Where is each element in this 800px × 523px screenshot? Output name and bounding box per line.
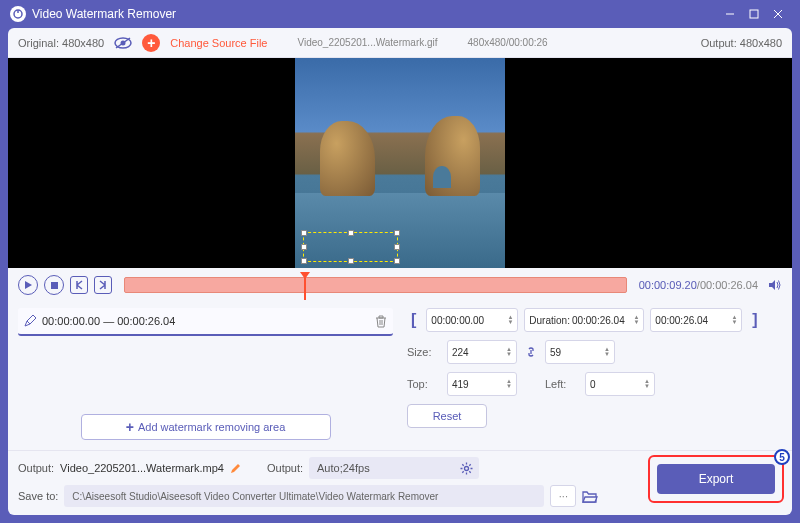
info-bar: Original: 480x480 + Change Source File V… — [8, 28, 792, 58]
clip-item[interactable]: 00:00:00.00 — 00:00:26.04 — [18, 308, 393, 336]
stop-icon — [51, 282, 58, 289]
reset-button[interactable]: Reset — [407, 404, 487, 428]
minimize-icon — [725, 9, 735, 19]
spinner-icon[interactable]: ▲▼ — [506, 347, 512, 357]
folder-icon — [582, 490, 598, 503]
output-filename: Video_2205201...Watermark.mp4 — [60, 462, 224, 474]
bracket-right-icon[interactable]: ] — [748, 311, 761, 329]
minimize-button[interactable] — [718, 4, 742, 24]
source-filename: Video_2205201...Watermark.gif — [297, 37, 437, 48]
spinner-icon[interactable]: ▲▼ — [507, 315, 513, 325]
app-logo-icon — [10, 6, 26, 22]
maximize-button[interactable] — [742, 4, 766, 24]
video-preview[interactable] — [8, 58, 792, 268]
top-label: Top: — [407, 378, 439, 390]
clips-panel: 00:00:00.00 — 00:00:26.04 + Add watermar… — [18, 308, 393, 446]
spinner-icon[interactable]: ▲▼ — [506, 379, 512, 389]
step-badge: 5 — [774, 449, 790, 465]
left-input[interactable]: 0▲▼ — [585, 372, 655, 396]
settings-section: 00:00:00.00 — 00:00:26.04 + Add watermar… — [8, 302, 792, 450]
mark-in-button[interactable] — [70, 276, 88, 294]
timecode-display: 00:00:09.20/00:00:26.04 — [639, 279, 758, 291]
save-path-field[interactable]: C:\Aiseesoft Studio\Aiseesoft Video Conv… — [64, 485, 544, 507]
content-area: Original: 480x480 + Change Source File V… — [8, 28, 792, 515]
window-title: Video Watermark Remover — [32, 7, 718, 21]
add-source-icon[interactable]: + — [142, 34, 160, 52]
bracket-left-icon[interactable]: [ — [407, 311, 420, 329]
export-button[interactable]: Export — [657, 464, 775, 494]
duration-input[interactable]: Duration:00:00:26.04▲▼ — [524, 308, 644, 332]
spinner-icon[interactable]: ▲▼ — [604, 347, 610, 357]
size-row: Size: 224▲▼ 59▲▼ — [407, 340, 782, 364]
format-select[interactable]: Auto;24fps — [309, 457, 479, 479]
change-source-link[interactable]: Change Source File — [170, 37, 267, 49]
format-label: Output: — [267, 462, 303, 474]
link-aspect-icon[interactable] — [525, 346, 537, 358]
start-time-input[interactable]: 00:00:00.00▲▼ — [426, 308, 518, 332]
mark-out-icon — [98, 280, 108, 290]
titlebar: Video Watermark Remover — [0, 0, 800, 28]
svg-marker-9 — [25, 281, 32, 289]
video-frame — [295, 58, 505, 268]
output-label: Output: — [18, 462, 54, 474]
volume-button[interactable] — [768, 278, 782, 292]
output-bar: Output: Video_2205201...Watermark.mp4 Ou… — [8, 450, 792, 515]
spinner-icon[interactable]: ▲▼ — [731, 315, 737, 325]
top-input[interactable]: 419▲▼ — [447, 372, 517, 396]
height-input[interactable]: 59▲▼ — [545, 340, 615, 364]
end-time-input[interactable]: 00:00:26.04▲▼ — [650, 308, 742, 332]
source-meta: 480x480/00:00:26 — [468, 37, 548, 48]
close-button[interactable] — [766, 4, 790, 24]
watermark-selection-box[interactable] — [303, 232, 398, 262]
size-label: Size: — [407, 346, 439, 358]
output-size-label: Output: 480x480 — [701, 37, 782, 49]
edit-handle-icon[interactable] — [24, 315, 36, 327]
spinner-icon[interactable]: ▲▼ — [644, 379, 650, 389]
width-input[interactable]: 224▲▼ — [447, 340, 517, 364]
play-button[interactable] — [18, 275, 38, 295]
stop-button[interactable] — [44, 275, 64, 295]
preview-toggle-icon[interactable] — [114, 37, 132, 49]
svg-marker-11 — [769, 280, 775, 290]
close-icon — [773, 9, 783, 19]
mark-in-icon — [74, 280, 84, 290]
time-range-row: [ 00:00:00.00▲▼ Duration:00:00:26.04▲▼ 0… — [407, 308, 782, 332]
spinner-icon[interactable]: ▲▼ — [633, 315, 639, 325]
app-window: Video Watermark Remover Original: 480x48… — [0, 0, 800, 523]
svg-rect-3 — [750, 10, 758, 18]
transport-bar: 00:00:09.20/00:00:26.04 — [8, 268, 792, 302]
play-icon — [24, 281, 32, 289]
delete-clip-button[interactable] — [375, 315, 387, 328]
maximize-icon — [749, 9, 759, 19]
save-to-label: Save to: — [18, 490, 58, 502]
pencil-icon — [230, 463, 241, 474]
add-watermark-area-button[interactable]: + Add watermark removing area — [81, 414, 331, 440]
region-panel: [ 00:00:00.00▲▼ Duration:00:00:26.04▲▼ 0… — [407, 308, 782, 446]
svg-point-12 — [465, 466, 469, 470]
format-settings-button[interactable] — [460, 462, 473, 475]
original-size-label: Original: 480x480 — [18, 37, 104, 49]
plus-icon: + — [126, 419, 134, 435]
gear-icon — [460, 462, 473, 475]
position-row: Top: 419▲▼ Left: 0▲▼ — [407, 372, 782, 396]
clip-range-label: 00:00:00.00 — 00:00:26.04 — [42, 315, 369, 327]
trash-icon — [375, 315, 387, 328]
mark-out-button[interactable] — [94, 276, 112, 294]
rename-button[interactable] — [230, 463, 241, 474]
export-highlight: 5 Export — [648, 455, 784, 503]
playhead-icon[interactable] — [300, 272, 310, 279]
browse-button[interactable]: ··· — [550, 485, 576, 507]
svg-rect-10 — [51, 282, 58, 289]
left-label: Left: — [545, 378, 577, 390]
timeline-slider[interactable] — [124, 277, 627, 293]
open-folder-button[interactable] — [582, 490, 598, 503]
